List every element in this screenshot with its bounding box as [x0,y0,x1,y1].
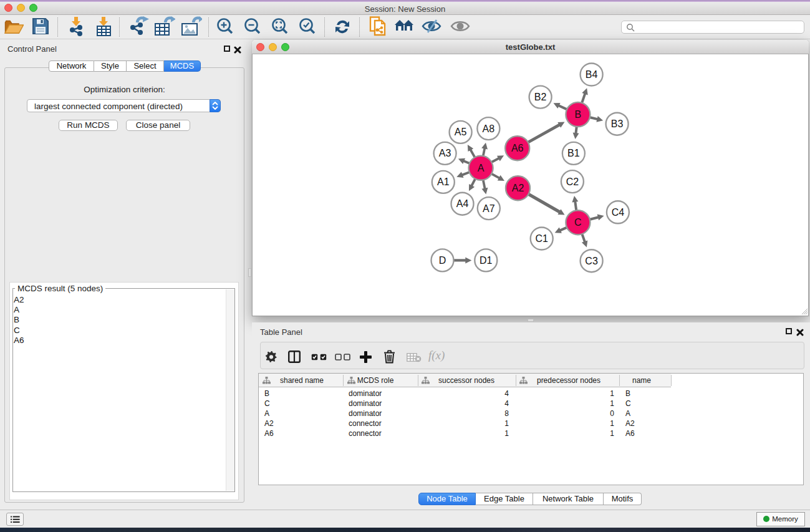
svg-text:C4: C4 [612,207,625,218]
svg-text:A1: A1 [437,177,450,187]
svg-text:B3: B3 [611,118,624,129]
svg-text:A: A [478,163,485,173]
svg-text:C3: C3 [585,256,598,266]
svg-text:A2: A2 [512,183,524,193]
svg-text:A3: A3 [439,148,451,158]
svg-text:B4: B4 [586,69,598,80]
svg-text:A6: A6 [511,143,524,153]
svg-text:D1: D1 [480,255,493,266]
svg-text:B2: B2 [534,92,547,102]
svg-text:D: D [439,255,446,266]
svg-text:C2: C2 [566,177,579,187]
svg-text:C1: C1 [535,233,548,244]
svg-text:A8: A8 [483,123,495,134]
svg-text:A4: A4 [456,198,469,209]
svg-text:B: B [575,109,582,120]
svg-text:A5: A5 [455,127,467,137]
svg-text:B1: B1 [567,148,580,158]
svg-text:C: C [574,217,582,228]
svg-text:A7: A7 [483,203,495,214]
